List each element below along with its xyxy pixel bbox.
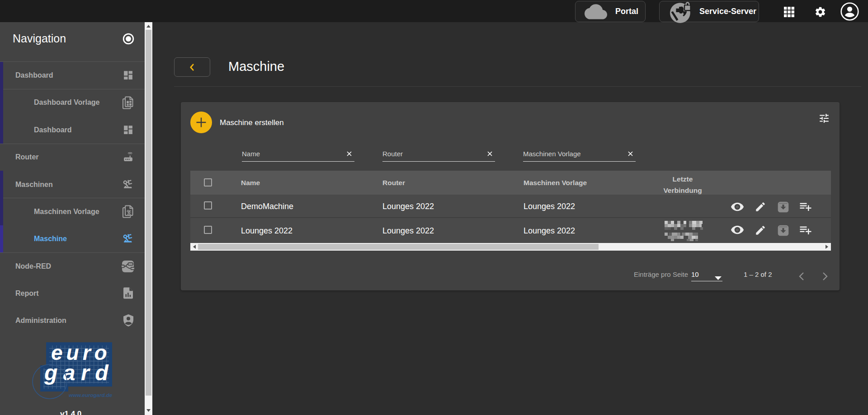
svg-text:www.eurogard.de: www.eurogard.de — [69, 392, 113, 398]
svg-text:gard: gard — [44, 361, 114, 385]
